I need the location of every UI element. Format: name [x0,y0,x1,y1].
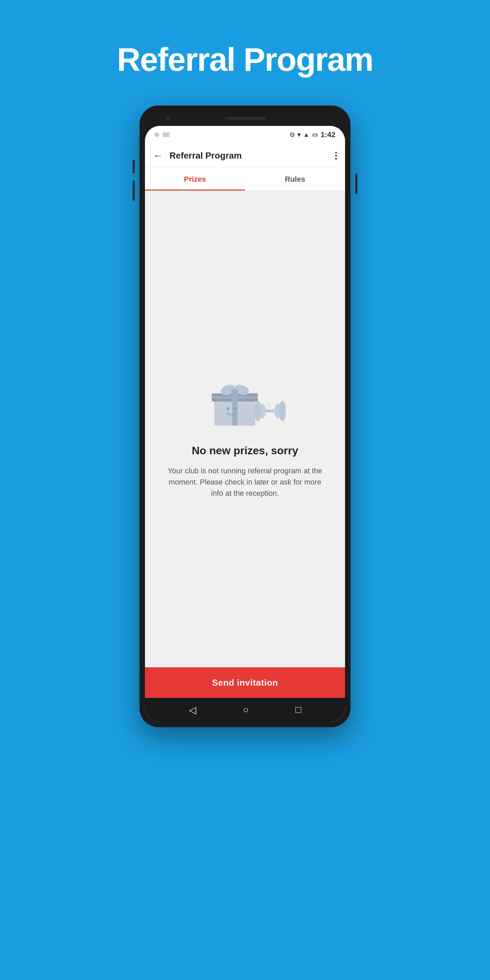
phone-frame: ⊙ ▾ ▲ ▭ 1:42 ← Referral Program Prizes [140,105,350,727]
more-options-button[interactable] [335,152,337,159]
wifi-icon: ▾ [298,131,301,138]
volume-down-button [133,180,135,201]
nav-recents-icon[interactable]: □ [295,705,301,715]
signal-icon [154,132,159,137]
battery-icon: ▭ [312,131,318,138]
prizes-content: ? No new prizes, sorry Your club is not … [145,191,345,667]
time-display: 1:42 [321,130,336,139]
more-dot-2 [335,155,337,156]
empty-state-description: Your club is not running referral progra… [167,465,323,499]
nav-bar: ◁ ○ □ [145,698,345,722]
svg-point-6 [231,389,238,395]
page-background-title: Referral Program [117,41,373,78]
svg-rect-3 [212,396,258,399]
svg-text:?: ? [265,401,271,412]
nav-back-icon[interactable]: ◁ [189,705,196,716]
toolbar-title: Referral Program [169,150,335,161]
notification-icon [163,132,169,137]
status-left-icons [154,132,169,137]
speaker [224,117,266,120]
svg-point-13 [279,401,286,421]
more-dot-3 [335,158,337,159]
empty-state-title: No new prizes, sorry [192,444,298,457]
svg-point-7 [227,407,229,410]
tab-prizes[interactable]: Prizes [145,168,245,191]
nav-home-icon[interactable]: ○ [243,705,249,715]
svg-point-8 [234,407,236,410]
camera [165,116,170,121]
volume-up-button [133,160,135,173]
empty-state-illustration: ? [194,360,296,427]
more-dot-1 [335,152,337,153]
tab-rules[interactable]: Rules [245,168,345,191]
toolbar: ← Referral Program [145,143,345,168]
svg-point-11 [255,401,261,421]
phone-top [145,111,345,126]
status-bar: ⊙ ▾ ▲ ▭ 1:42 [145,126,345,143]
phone-screen: ⊙ ▾ ▲ ▭ 1:42 ← Referral Program Prizes [145,126,345,722]
send-invitation-label: Send invitation [212,678,278,688]
signal-bars-icon: ▲ [303,131,309,138]
tabs-container: Prizes Rules [145,168,345,191]
location-icon: ⊙ [290,131,295,138]
status-right-icons: ⊙ ▾ ▲ ▭ 1:42 [290,130,336,139]
back-button[interactable]: ← [153,150,163,161]
power-button [355,173,357,194]
send-invitation-button[interactable]: Send invitation [145,667,345,698]
